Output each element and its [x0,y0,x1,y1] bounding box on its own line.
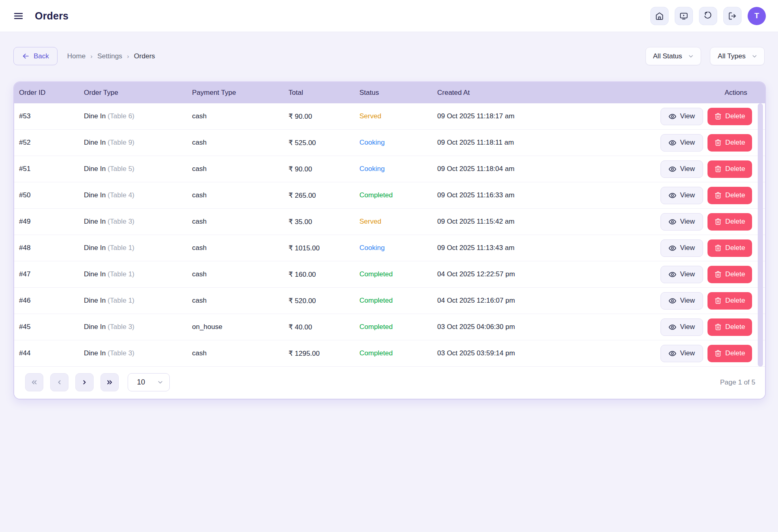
delete-button[interactable]: Delete [707,345,752,362]
row-actions: View Delete [639,318,765,336]
trash-icon [714,244,722,252]
order-id: #52 [14,139,79,147]
eye-icon [669,113,676,120]
status-badge: Served [355,218,432,226]
prev-page-button[interactable] [50,373,68,391]
order-id: #49 [14,218,79,226]
breadcrumb-settings[interactable]: Settings [97,52,122,60]
view-button[interactable]: View [660,108,703,125]
order-id: #44 [14,349,79,357]
logout-button[interactable] [723,7,742,25]
status-badge: Cooking [355,139,432,147]
payment-type: cash [187,112,284,120]
row-actions: View Delete [639,187,765,204]
order-type: Dine In (Table 1) [79,270,187,278]
chevron-right-icon: › [127,53,129,60]
payment-type: cash [187,191,284,199]
view-button[interactable]: View [660,266,703,283]
order-total: ₹ 1015.00 [284,244,355,252]
trash-icon [714,323,722,331]
order-type: Dine In (Table 3) [79,218,187,226]
breadcrumb-home[interactable]: Home [67,52,85,60]
order-type: Dine In (Table 4) [79,191,187,199]
payment-type: cash [187,165,284,173]
col-order-id: Order ID [14,89,79,97]
eye-icon [669,271,676,278]
order-id: #48 [14,244,79,252]
chevron-down-icon [688,53,694,60]
breadcrumb: Home › Settings › Orders [67,52,155,60]
trash-icon [714,192,722,199]
order-total: ₹ 525.00 [284,139,355,147]
pagination: 10 Page 1 of 5 [14,367,765,399]
view-button[interactable]: View [660,292,703,310]
table-row: #53 Dine In (Table 6) cash ₹ 90.00 Serve… [14,103,765,130]
delete-button[interactable]: Delete [707,108,752,125]
type-filter-select[interactable]: All Types [710,47,765,65]
delete-button[interactable]: Delete [707,239,752,257]
order-total: ₹ 160.00 [284,270,355,279]
display-button[interactable] [675,7,693,25]
chevron-right-icon: › [90,53,92,60]
avatar[interactable]: T [748,7,766,25]
last-page-button[interactable] [100,373,119,391]
table-body: #53 Dine In (Table 6) cash ₹ 90.00 Serve… [14,103,765,367]
back-label: Back [34,52,49,60]
row-actions: View Delete [639,292,765,310]
orders-table-card: Order ID Order Type Payment Type Total S… [13,81,766,400]
next-page-button[interactable] [75,373,94,391]
delete-button[interactable]: Delete [707,187,752,204]
order-total: ₹ 1295.00 [284,349,355,358]
delete-button[interactable]: Delete [707,266,752,283]
row-actions: View Delete [639,266,765,283]
order-id: #45 [14,323,79,331]
arrow-left-icon [22,52,30,60]
delete-button[interactable]: Delete [707,213,752,231]
trash-icon [714,165,722,173]
col-order-type: Order Type [79,89,187,97]
delete-button[interactable]: Delete [707,160,752,178]
order-id: #46 [14,297,79,305]
view-button[interactable]: View [660,213,703,231]
view-button[interactable]: View [660,187,703,204]
refresh-button[interactable] [699,7,717,25]
menu-icon[interactable] [12,10,24,22]
payment-type: on_house [187,323,284,331]
trash-icon [714,113,722,120]
col-actions: Actions [639,89,765,97]
view-button[interactable]: View [660,345,703,362]
delete-button[interactable]: Delete [707,318,752,336]
breadcrumb-orders: Orders [134,52,155,60]
view-button[interactable]: View [660,160,703,178]
payment-type: cash [187,139,284,147]
delete-button[interactable]: Delete [707,292,752,310]
table-row: #52 Dine In (Table 9) cash ₹ 525.00 Cook… [14,130,765,156]
col-created-at: Created At [432,89,639,97]
table-row: #44 Dine In (Table 3) cash ₹ 1295.00 Com… [14,340,765,367]
chevron-down-icon [157,379,164,386]
page-info: Page 1 of 5 [720,378,755,387]
filters: All Status All Types [645,47,765,65]
first-page-button[interactable] [25,373,43,391]
order-type: Dine In (Table 9) [79,139,187,147]
view-button[interactable]: View [660,239,703,257]
table-scrollbar[interactable] [758,103,763,367]
status-filter-select[interactable]: All Status [645,47,701,65]
status-badge: Served [355,112,432,120]
back-button[interactable]: Back [13,47,58,65]
delete-button[interactable]: Delete [707,134,752,152]
payment-type: cash [187,218,284,226]
status-badge: Completed [355,349,432,357]
order-id: #47 [14,270,79,278]
page-size-select[interactable]: 10 [128,373,170,391]
home-button[interactable] [650,7,669,25]
created-at: 09 Oct 2025 11:18:11 am [432,139,639,147]
order-total: ₹ 35.00 [284,218,355,226]
row-actions: View Delete [639,134,765,152]
view-button[interactable]: View [660,318,703,336]
row-actions: View Delete [639,160,765,178]
table-row: #47 Dine In (Table 1) cash ₹ 160.00 Comp… [14,261,765,288]
order-total: ₹ 90.00 [284,165,355,173]
view-button[interactable]: View [660,134,703,152]
chevron-left-icon [56,378,63,386]
